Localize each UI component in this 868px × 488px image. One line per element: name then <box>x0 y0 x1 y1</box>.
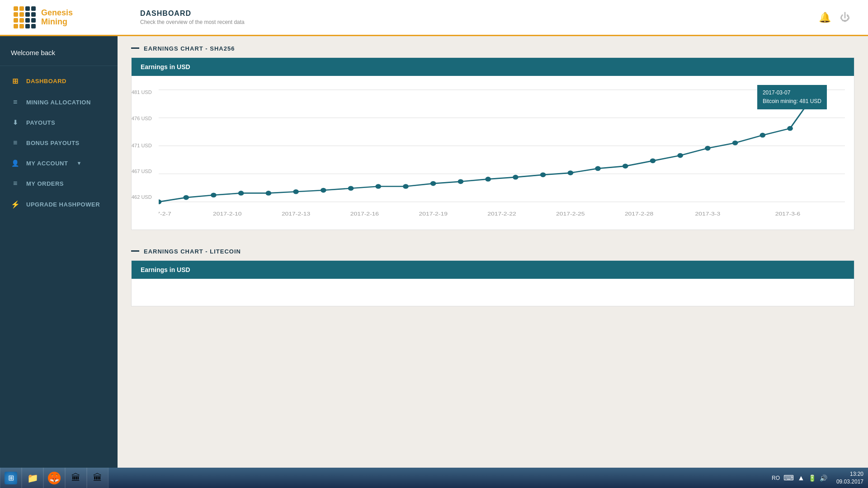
taskbar-date: 09.03.2017 <box>836 478 863 486</box>
taskbar-app1-button[interactable]: 🏛 <box>65 468 87 488</box>
svg-point-11 <box>183 195 189 200</box>
svg-text:2017-2-28: 2017-2-28 <box>625 211 653 217</box>
svg-point-25 <box>567 170 573 175</box>
sha256-section-header: EARNINGS CHART - SHA256 <box>131 45 854 52</box>
sha256-section-title: EARNINGS CHART - SHA256 <box>144 45 235 52</box>
dot <box>19 6 24 11</box>
litecoin-section-title: EARNINGS CHART - LITECOIN <box>144 248 241 255</box>
svg-point-16 <box>321 188 326 193</box>
section-dash-litecoin <box>131 250 139 252</box>
sha256-section: EARNINGS CHART - SHA256 Earnings in USD … <box>131 45 854 230</box>
tray-arrow-icon[interactable]: ▲ <box>797 474 805 482</box>
keyboard-icon: ⌨ <box>783 474 794 482</box>
dot <box>31 6 36 11</box>
svg-point-26 <box>595 166 601 171</box>
svg-point-32 <box>760 133 766 138</box>
upgrade-hashpower-icon: ⚡ <box>11 200 20 209</box>
sha256-chart-body: 2017-03-07 Bitcoin mining: 481 USD 481 U… <box>132 76 854 230</box>
svg-text:2017-2-7: 2017-2-7 <box>159 211 171 217</box>
dot <box>19 18 24 23</box>
section-dash <box>131 47 139 49</box>
sidebar-item-bonus-payouts[interactable]: ≡ BONUS PAYOUTS <box>0 132 118 153</box>
litecoin-section: EARNINGS CHART - LITECOIN Earnings in US… <box>131 248 854 306</box>
app1-icon: 🏛 <box>70 472 82 484</box>
power-icon[interactable]: ⏻ <box>840 12 850 23</box>
svg-point-31 <box>732 141 738 145</box>
svg-point-30 <box>705 146 711 151</box>
litecoin-section-header: EARNINGS CHART - LITECOIN <box>131 248 854 255</box>
logo-dots <box>14 6 36 28</box>
my-orders-icon: ≡ <box>11 179 20 188</box>
logo-area: Genesis Mining <box>14 6 131 28</box>
svg-text:2017-2-19: 2017-2-19 <box>419 211 447 217</box>
dot <box>25 24 30 28</box>
svg-text:2017-2-10: 2017-2-10 <box>213 211 241 217</box>
app2-icon: 🏛 <box>91 472 104 484</box>
y-axis-label: 476 USD <box>132 116 152 121</box>
dot <box>14 24 18 28</box>
dot <box>31 24 36 28</box>
svg-point-18 <box>375 184 381 189</box>
sha256-chart-svg: 481 USD 476 USD 471 USD 467 USD 462 USD <box>159 85 845 225</box>
taskbar-start-button[interactable]: ⊞ <box>0 468 22 488</box>
svg-point-33 <box>787 126 793 131</box>
taskbar-folder-button[interactable]: 📁 <box>22 468 43 488</box>
litecoin-chart-header: Earnings in USD <box>132 261 854 279</box>
svg-point-15 <box>293 189 299 194</box>
dot <box>31 12 36 17</box>
y-axis-label: 481 USD <box>132 89 152 95</box>
bell-icon[interactable]: 🔔 <box>819 12 831 23</box>
sidebar-item-label: DASHBOARD <box>26 78 66 84</box>
volume-icon[interactable]: 🔊 <box>820 474 827 482</box>
svg-text:2017-2-25: 2017-2-25 <box>556 211 585 217</box>
taskbar-firefox-button[interactable]: 🦊 <box>43 468 65 488</box>
svg-text:2017-2-22: 2017-2-22 <box>487 211 516 217</box>
sidebar-item-label: BONUS PAYOUTS <box>26 140 80 146</box>
header-subtitle: Check the overview of the most recent da… <box>140 19 819 25</box>
sha256-chart-header: Earnings in USD <box>132 58 854 76</box>
y-axis-label: 462 USD <box>132 194 152 200</box>
sidebar-item-my-account[interactable]: 👤 MY ACCOUNT ▼ <box>0 153 118 173</box>
svg-text:2017-3-6: 2017-3-6 <box>775 211 801 217</box>
litecoin-chart-body <box>132 279 854 306</box>
sidebar-nav: ⊞ DASHBOARD ≡ MINING ALLOCATION ⬇ PAYOUT… <box>0 66 118 215</box>
dot <box>25 12 30 17</box>
folder-icon: 📁 <box>26 472 39 484</box>
svg-point-19 <box>403 184 409 189</box>
y-axis-label: 471 USD <box>132 143 152 148</box>
payouts-icon: ⬇ <box>11 119 20 126</box>
svg-point-24 <box>540 172 546 177</box>
sidebar-item-label: PAYOUTS <box>26 119 55 126</box>
sidebar-item-upgrade-hashpower[interactable]: ⚡ UPGRADE HASHPOWER <box>0 194 118 215</box>
sidebar-item-label: MINING ALLOCATION <box>26 99 91 106</box>
svg-point-34 <box>814 87 821 93</box>
my-account-icon: 👤 <box>11 160 20 167</box>
dot <box>14 18 18 23</box>
svg-text:2017-2-13: 2017-2-13 <box>282 211 310 217</box>
main-layout: Welcome back ⊞ DASHBOARD ≡ MINING ALLOCA… <box>0 36 868 468</box>
sidebar-item-payouts[interactable]: ⬇ PAYOUTS <box>0 113 118 132</box>
bonus-payouts-icon: ≡ <box>11 139 20 147</box>
svg-text:2017-2-16: 2017-2-16 <box>350 211 379 217</box>
svg-point-10 <box>159 199 161 204</box>
content-area[interactable]: EARNINGS CHART - SHA256 Earnings in USD … <box>118 36 868 468</box>
sidebar-item-my-orders[interactable]: ≡ MY ORDERS <box>0 173 118 194</box>
sidebar-welcome: Welcome back <box>0 36 118 66</box>
sidebar: Welcome back ⊞ DASHBOARD ≡ MINING ALLOCA… <box>0 36 118 468</box>
sidebar-item-label: MY ACCOUNT <box>26 160 68 167</box>
sidebar-item-mining-allocation[interactable]: ≡ MINING ALLOCATION <box>0 92 118 113</box>
svg-point-14 <box>266 191 272 196</box>
windows-icon: ⊞ <box>5 472 17 484</box>
dot <box>19 12 24 17</box>
taskbar-locale: RO <box>772 475 780 481</box>
svg-point-13 <box>238 191 244 196</box>
taskbar-clock[interactable]: 13:20 09.03.2017 <box>832 470 868 486</box>
header-title-area: DASHBOARD Check the overview of the most… <box>131 9 819 25</box>
litecoin-chart-container: Earnings in USD <box>131 260 854 306</box>
mining-allocation-icon: ≡ <box>11 98 20 106</box>
sidebar-item-dashboard[interactable]: ⊞ DASHBOARD <box>0 70 118 92</box>
logo-genesis: Genesis <box>41 9 73 18</box>
taskbar-app2-button[interactable]: 🏛 <box>87 468 108 488</box>
top-header: Genesis Mining DASHBOARD Check the overv… <box>0 0 868 36</box>
sidebar-item-label: MY ORDERS <box>26 180 64 187</box>
